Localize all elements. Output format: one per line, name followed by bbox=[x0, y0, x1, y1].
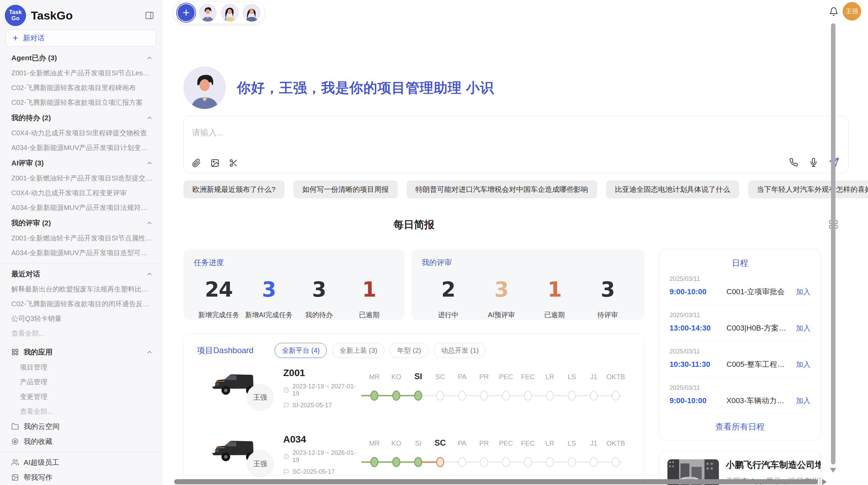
stat-label: 我的待办 bbox=[294, 310, 344, 320]
phone-icon[interactable] bbox=[789, 158, 798, 167]
stat-item: 3AI预评审 bbox=[475, 277, 528, 320]
schedule-date: 2025/03/11 bbox=[670, 312, 810, 319]
schedule-card: 日程 2025/03/119:00-10:00C001-立项审批会加入2025/… bbox=[659, 249, 821, 440]
divider bbox=[0, 452, 162, 452]
sidebar-task-item[interactable]: C0X4-动力总成开发项目工程变更评审 bbox=[0, 186, 162, 200]
project-rows: 王强Z0012023-12-19 ~ 2027-01-19SI-2025-05-… bbox=[197, 365, 631, 485]
sidebar-section-header[interactable]: 我的待办 (2) bbox=[0, 110, 162, 126]
svg-text:PR: PR bbox=[479, 439, 489, 447]
chat-input[interactable] bbox=[184, 116, 848, 149]
join-link[interactable]: 加入 bbox=[796, 287, 810, 297]
scissors-icon[interactable] bbox=[229, 159, 238, 167]
sidebar-link-label: 我的云空间 bbox=[24, 422, 60, 431]
sidebar-section-header[interactable]: 我的应用 bbox=[0, 344, 162, 360]
app-item[interactable]: 项目管理 bbox=[0, 360, 162, 375]
scroll-right-arrow-icon[interactable] bbox=[822, 479, 827, 485]
recent-chat-item[interactable]: C02-飞腾新能源轻客改款项目的闭环通告反馈情况 bbox=[0, 297, 162, 311]
sidebar-tool-label: AI超级员工 bbox=[24, 458, 59, 467]
new-chat-button[interactable]: 新对话 bbox=[5, 29, 156, 47]
svg-text:SI: SI bbox=[414, 372, 422, 381]
suggestion-chip[interactable]: 特朗普可能对进口汽车增税会对中国车企造成哪些影响 bbox=[407, 181, 597, 198]
sidebar-section-header[interactable]: 我的评审 (2) bbox=[0, 215, 162, 231]
sidebar-tool-people[interactable]: AI超级员工 bbox=[0, 455, 162, 470]
section-title: 我的待办 (2) bbox=[11, 113, 146, 123]
microphone-icon[interactable] bbox=[809, 158, 818, 167]
schedule-item: 2025/03/119:00-10:00C001-立项审批会加入 bbox=[670, 269, 810, 305]
view-all-apps-link[interactable]: 查看全部... bbox=[0, 404, 162, 419]
sidebar-link-folder[interactable]: 我的云空间 bbox=[0, 419, 162, 434]
sidebar-task-item[interactable]: C02-飞腾新能源轻客改款项目里程碑画布 bbox=[0, 80, 162, 95]
plus-icon bbox=[12, 35, 19, 41]
schedule-item-main: 10:30-11:30C005-整车工程目标评审加入 bbox=[670, 359, 810, 370]
agent-avatar[interactable] bbox=[199, 4, 217, 22]
join-link[interactable]: 加入 bbox=[796, 360, 810, 369]
sidebar-task-item[interactable]: A034-全新新能源MUV产品开发项目法规符合性评审 bbox=[0, 200, 162, 215]
suggestion-chip[interactable]: 比亚迪全固态电池计划具体说了什么 bbox=[606, 181, 739, 198]
dashboard-tab[interactable]: 动总开发 (1) bbox=[434, 343, 486, 358]
horizontal-scrollbar[interactable] bbox=[174, 479, 818, 484]
person-avatar-illustration bbox=[221, 4, 239, 22]
project-date-range: 2023-12-19 ~ 2027-01-19 bbox=[283, 383, 359, 397]
agent-avatar[interactable] bbox=[221, 4, 239, 22]
agent-avatar[interactable] bbox=[243, 4, 261, 22]
section-title: 我的应用 bbox=[24, 347, 146, 357]
dashboard-tab[interactable]: 年型 (2) bbox=[390, 343, 428, 358]
sidebar-link-star-badge[interactable]: 我的收藏 bbox=[0, 434, 162, 449]
sidebar-task-item[interactable]: C02-飞腾新能源轻客改款项目立项汇报方案 bbox=[0, 95, 162, 110]
clock-icon bbox=[283, 387, 289, 393]
stat-item: 1已逾期 bbox=[344, 277, 394, 320]
app-logo: Task Go bbox=[5, 5, 26, 26]
suggestion-chip[interactable]: 如何写一份清晰的项目周报 bbox=[293, 181, 398, 198]
chevron-up-icon[interactable] bbox=[146, 160, 153, 166]
scroll-down-arrow-icon[interactable] bbox=[830, 468, 836, 473]
sidebar-section-header[interactable]: 最近对话 bbox=[0, 266, 162, 282]
sidebar-section-header[interactable]: Agent已办 (3) bbox=[0, 50, 162, 66]
view-all-chats-link[interactable]: 查看全部... bbox=[0, 326, 162, 341]
sidebar-task-item[interactable]: A034-全新新能源MUV产品开发项目造型可行性评审 bbox=[0, 246, 162, 260]
svg-text:PA: PA bbox=[458, 439, 467, 447]
stat-value: 3 bbox=[475, 277, 528, 301]
suggestion-chip[interactable]: 欧洲新规最近颁布了什么? bbox=[183, 181, 285, 198]
suggestion-chips: 欧洲新规最近颁布了什么?如何写一份清晰的项目周报特朗普可能对进口汽车增税会对中国… bbox=[183, 181, 868, 198]
project-row: 王强Z0012023-12-19 ~ 2027-01-19SI-2025-05-… bbox=[197, 365, 631, 424]
chevron-up-icon[interactable] bbox=[146, 271, 153, 277]
suggestion-chip[interactable]: 当下年轻人对汽车外观有怎样的喜好趋势 bbox=[748, 181, 868, 198]
sidebar-task-item[interactable]: Z001-全新燃油皮卡产品开发项目SI节点Lesson Learn报告 bbox=[0, 66, 162, 80]
sidebar-tool-image[interactable]: 帮我写作 bbox=[0, 470, 162, 485]
view-all-schedule-link[interactable]: 查看所有日程 bbox=[670, 421, 810, 432]
sidebar-task-item[interactable]: A034-全新新能源MUV产品开发项目计划变更表编写 bbox=[0, 140, 162, 155]
recent-chat-item[interactable]: 解释最新出台的欧盟报废车法规再生塑料比例被调至15%... bbox=[0, 282, 162, 297]
schedule-time: 9:00-10:00 bbox=[670, 287, 718, 296]
svg-text:MR: MR bbox=[369, 373, 379, 381]
sidebar-task-item[interactable]: Z001-全新燃油轻卡产品开发项目SI节点属性5D文件评审 bbox=[0, 231, 162, 246]
chevron-up-icon[interactable] bbox=[146, 349, 153, 356]
app-item[interactable]: 变更管理 bbox=[0, 389, 162, 404]
dashboard-tab[interactable]: 全新平台 (4) bbox=[275, 343, 327, 358]
dashboard-tab[interactable]: 全新上装 (3) bbox=[332, 343, 384, 358]
stat-value: 24 bbox=[194, 277, 244, 301]
image-icon[interactable] bbox=[210, 159, 219, 167]
svg-text:LS: LS bbox=[568, 373, 576, 381]
paperclip-icon[interactable] bbox=[192, 159, 201, 167]
vertical-scrollbar[interactable] bbox=[831, 23, 835, 464]
stat-value: 3 bbox=[294, 277, 344, 301]
app-item[interactable]: 产品管理 bbox=[0, 375, 162, 389]
project-date-range: 2023-12-19 ~ 2026-01-19 bbox=[283, 449, 359, 464]
recent-chat-item[interactable]: 公司Q3轻卡销量 bbox=[0, 311, 162, 326]
notifications-bell-icon[interactable] bbox=[829, 7, 839, 16]
milestone-flag-text: SI-2025-05-17 bbox=[292, 402, 332, 409]
chevron-up-icon[interactable] bbox=[146, 220, 153, 226]
join-link[interactable]: 加入 bbox=[796, 323, 810, 333]
join-link[interactable]: 加入 bbox=[796, 396, 810, 406]
section-title: AI评审 (3) bbox=[11, 158, 146, 168]
sidebar-toggle-icon[interactable] bbox=[145, 11, 154, 20]
sidebar-section-header[interactable]: AI评审 (3) bbox=[0, 155, 162, 171]
chevron-up-icon[interactable] bbox=[146, 54, 153, 61]
schedule-date: 2025/03/11 bbox=[670, 348, 810, 355]
chevron-up-icon[interactable] bbox=[146, 114, 153, 121]
sidebar-task-item[interactable]: Z001-全新燃油轻卡产品开发项目SI造型提交物评审 bbox=[0, 171, 162, 186]
sidebar-task-item[interactable]: C0X4-动力总成开发项目SI里程碑提交物检查 bbox=[0, 126, 162, 140]
user-avatar[interactable]: 王强 bbox=[843, 2, 861, 21]
add-agent-button[interactable] bbox=[178, 4, 195, 21]
image-icon bbox=[11, 474, 19, 481]
